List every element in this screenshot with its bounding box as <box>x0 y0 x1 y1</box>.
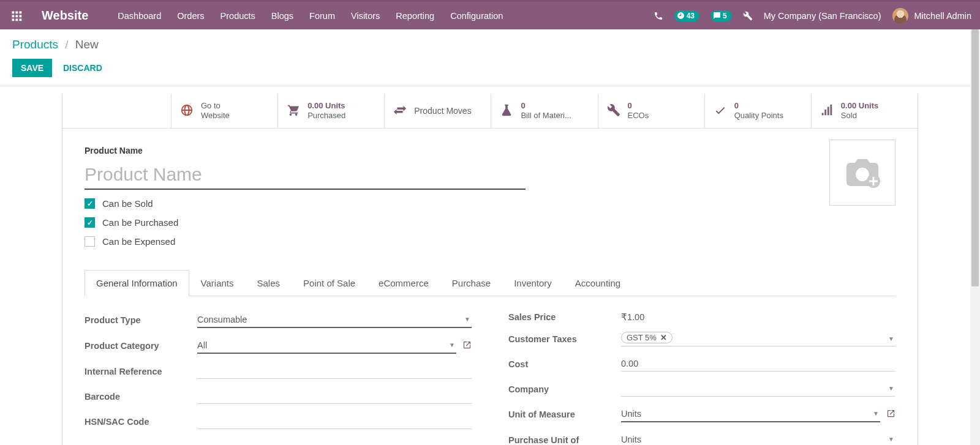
internal-ref-input[interactable] <box>197 364 472 379</box>
stat-sold[interactable]: 0.00 UnitsSold <box>812 94 918 128</box>
chevron-down-icon: ▼ <box>888 335 894 342</box>
barcode-input[interactable] <box>197 389 472 404</box>
form-body: Product Name Can be Sold Can be Purchase… <box>62 129 918 253</box>
cost-input[interactable] <box>621 356 895 372</box>
activities-icon[interactable]: 43 <box>674 10 699 21</box>
debug-icon[interactable] <box>743 11 753 21</box>
menu-orders[interactable]: Orders <box>177 11 204 21</box>
stat-go-to-website[interactable]: Go toWebsite <box>172 94 278 128</box>
tab-ecommerce[interactable]: eCommerce <box>367 270 440 296</box>
breadcrumb-root[interactable]: Products <box>12 38 58 51</box>
discard-button[interactable]: DISCARD <box>55 59 111 77</box>
apps-menu-icon[interactable] <box>9 8 24 24</box>
can-be-sold-checkbox[interactable] <box>85 198 95 209</box>
tab-point-of-sale[interactable]: Point of Sale <box>292 270 367 296</box>
product-type-label: Product Type <box>85 315 197 325</box>
top-navbar: Website Dashboard Orders Products Blogs … <box>0 0 980 29</box>
product-category-label: Product Category <box>85 341 197 351</box>
cost-label: Cost <box>508 359 621 369</box>
can-be-expensed-label: Can be Expensed <box>102 236 175 247</box>
activities-badge: 43 <box>687 12 695 20</box>
customer-tax-tag[interactable]: GST 5% ✕ <box>621 332 673 343</box>
stat-qp-label: Quality Points <box>734 111 783 120</box>
navbar-right: 43 5 My Company (San Francisco) Mitchell… <box>654 8 971 24</box>
flask-icon <box>500 103 513 119</box>
external-link-icon[interactable] <box>462 340 472 351</box>
product-category-select[interactable] <box>197 338 456 354</box>
hsn-input[interactable] <box>197 414 472 429</box>
main-menu: Dashboard Orders Products Blogs Forum Vi… <box>118 11 653 21</box>
cart-icon <box>287 103 300 119</box>
can-be-sold-label: Can be Sold <box>102 198 153 209</box>
customer-taxes-label: Customer Taxes <box>508 334 621 344</box>
svg-rect-3 <box>12 15 15 17</box>
stat-ecos[interactable]: 0ECOs <box>598 94 705 128</box>
menu-visitors[interactable]: Visitors <box>351 11 380 21</box>
product-image-upload[interactable] <box>829 140 895 206</box>
control-panel: Products / New SAVE DISCARD <box>0 29 980 86</box>
breadcrumb: Products / New <box>12 38 968 51</box>
general-info-fields: Product Type ▼ Product Category ▼ Intern… <box>62 296 918 445</box>
stat-go-l1: Go to <box>201 101 221 110</box>
internal-ref-label: Internal Reference <box>85 367 197 376</box>
check-icon <box>714 103 727 119</box>
company-label: Company <box>508 384 621 394</box>
uom-label: Unit of Measure <box>508 409 621 419</box>
menu-reporting[interactable]: Reporting <box>396 11 434 21</box>
puom-label: Purchase Unit of <box>508 435 621 445</box>
user-name: Mitchell Admin <box>914 11 971 21</box>
stat-purchased[interactable]: 0.00 UnitsPurchased <box>278 94 385 128</box>
stat-purchased-value: 0.00 Units <box>307 101 345 110</box>
scrollbar-thumb[interactable] <box>971 29 979 286</box>
tab-accounting[interactable]: Accounting <box>564 270 632 296</box>
save-button[interactable]: SAVE <box>12 59 52 77</box>
tab-purchase[interactable]: Purchase <box>440 270 502 296</box>
stat-qp-value: 0 <box>734 101 739 110</box>
stat-sold-label: Sold <box>841 111 857 120</box>
product-name-input[interactable] <box>85 160 526 190</box>
tab-general-information[interactable]: General Information <box>85 270 189 296</box>
phone-icon[interactable] <box>654 11 663 21</box>
stat-bom-label: Bill of Materi... <box>521 111 571 120</box>
stat-product-moves[interactable]: Product Moves <box>385 94 491 128</box>
user-menu[interactable]: Mitchell Admin <box>892 8 971 24</box>
stat-bom[interactable]: 0Bill of Materi... <box>491 94 598 128</box>
exchange-icon <box>393 103 407 119</box>
external-link-icon[interactable] <box>886 409 895 420</box>
svg-rect-8 <box>20 18 22 21</box>
stat-spacer <box>62 94 172 128</box>
sales-price-value[interactable]: ₹1.00 <box>621 312 644 322</box>
stat-moves-label: Product Moves <box>414 106 471 116</box>
globe-icon <box>180 103 194 119</box>
tax-tag-remove-icon[interactable]: ✕ <box>660 333 667 342</box>
uom-select[interactable] <box>621 406 880 422</box>
breadcrumb-current: New <box>75 38 99 51</box>
can-be-expensed-row: Can be Expensed <box>85 236 895 247</box>
can-be-purchased-checkbox[interactable] <box>85 217 95 228</box>
menu-blogs[interactable]: Blogs <box>271 11 293 21</box>
stat-sold-value: 0.00 Units <box>841 101 878 110</box>
sales-price-label: Sales Price <box>508 312 621 322</box>
svg-rect-1 <box>16 11 18 13</box>
tab-inventory[interactable]: Inventory <box>502 270 564 296</box>
stat-ecos-label: ECOs <box>628 111 649 120</box>
menu-dashboard[interactable]: Dashboard <box>118 11 161 21</box>
can-be-expensed-checkbox[interactable] <box>85 236 95 247</box>
can-be-purchased-label: Can be Purchased <box>102 217 178 228</box>
product-type-select[interactable] <box>197 312 472 328</box>
avatar-icon <box>892 8 908 24</box>
stat-quality-points[interactable]: 0Quality Points <box>705 94 812 128</box>
breadcrumb-separator: / <box>65 38 68 51</box>
tab-sales[interactable]: Sales <box>246 270 292 296</box>
tax-tag-text: GST 5% <box>627 333 657 342</box>
tab-variants[interactable]: Variants <box>189 270 246 296</box>
menu-products[interactable]: Products <box>221 11 255 21</box>
menu-configuration[interactable]: Configuration <box>450 11 503 21</box>
vertical-scrollbar[interactable] <box>970 29 980 445</box>
app-brand[interactable]: Website <box>42 9 88 23</box>
company-select[interactable] <box>621 381 895 397</box>
company-switcher[interactable]: My Company (San Francisco) <box>764 11 881 21</box>
puom-select[interactable] <box>621 432 895 445</box>
menu-forum[interactable]: Forum <box>309 11 335 21</box>
messages-icon[interactable]: 5 <box>710 10 732 21</box>
